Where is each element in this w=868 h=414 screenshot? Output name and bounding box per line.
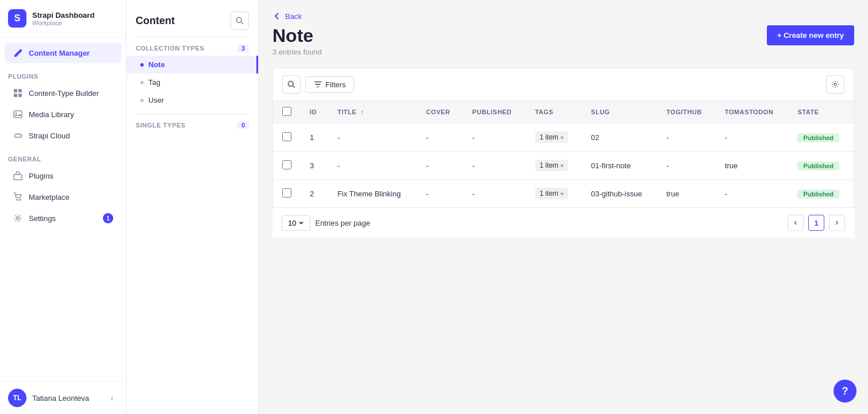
- avatar: TL: [8, 389, 26, 407]
- sidebar-item-label-ml: Media Library: [29, 110, 74, 119]
- col-state: STATE: [788, 101, 854, 123]
- collapse-button[interactable]: ‹: [106, 392, 118, 404]
- entries-table: ID TITLE ↑ COVER PUBLISHED TAGS SLUG TOG…: [273, 101, 854, 207]
- app-workspace: Workplace: [32, 20, 94, 26]
- cart-icon: [13, 192, 23, 202]
- sidebar-item-media-library[interactable]: Media Library: [5, 104, 121, 125]
- row-tomastodon: -: [716, 180, 789, 208]
- sidebar-nav: Content Manager PLUGINS Content-Type Bui…: [0, 37, 126, 381]
- collection-item-tag[interactable]: Tag: [126, 73, 258, 91]
- svg-point-10: [236, 17, 241, 22]
- sidebar-item-content-manager[interactable]: Content Manager: [5, 42, 121, 63]
- sidebar-item-plugins[interactable]: Plugins: [5, 165, 121, 186]
- table-container: Filters ID TITLE ↑ COVER PUBLISHED TAGS …: [272, 68, 854, 208]
- tag-dropdown-button[interactable]: ▾: [560, 162, 563, 169]
- row-togithub: -: [657, 152, 716, 180]
- col-title[interactable]: TITLE ↑: [328, 101, 417, 123]
- row-id: 3: [301, 152, 328, 180]
- back-button[interactable]: Back: [272, 11, 854, 21]
- tag-badge[interactable]: 1 item ▾: [535, 188, 569, 199]
- svg-rect-0: [14, 89, 17, 92]
- cloud-icon: [13, 130, 23, 141]
- per-page-value: 10: [288, 219, 296, 227]
- sidebar-header: S Strapi Dashboard Workplace: [0, 0, 126, 37]
- row-cover: -: [417, 152, 463, 180]
- image-icon: [13, 109, 23, 119]
- svg-point-7: [17, 199, 18, 200]
- row-state: Published: [788, 123, 854, 152]
- help-button[interactable]: ?: [834, 380, 857, 403]
- row-tags: 1 item ▾: [526, 152, 582, 180]
- sidebar-item-label-settings: Settings: [29, 214, 56, 223]
- table-row[interactable]: 2 Fix Theme Blinking - - 1 item ▾ 03-git…: [273, 180, 854, 208]
- row-slug: 03-github-issue: [582, 180, 657, 208]
- row-checkbox-cell: [273, 152, 301, 180]
- single-types-label: SINGLE TYPES: [136, 122, 186, 129]
- plugins-icon: [13, 171, 23, 181]
- row-checkbox[interactable]: [282, 132, 291, 141]
- col-published: PUBLISHED: [463, 101, 526, 123]
- sidebar-item-strapi-cloud[interactable]: Strapi Cloud: [5, 125, 121, 146]
- table-row[interactable]: 1 - - - 1 item ▾ 02 - - Published: [273, 123, 854, 152]
- row-cover: -: [417, 180, 463, 208]
- collection-item-label-user: User: [148, 96, 164, 105]
- table-row[interactable]: 3 - - - 1 item ▾ 01-first-note - true Pu…: [273, 152, 854, 180]
- row-checkbox-cell: [273, 123, 301, 152]
- collection-item-note[interactable]: Note: [126, 56, 258, 73]
- next-page-button[interactable]: [829, 215, 845, 231]
- status-badge: Published: [797, 189, 839, 199]
- sidebar-item-content-type-builder[interactable]: Content-Type Builder: [5, 83, 121, 103]
- puzzle-icon: [13, 88, 23, 98]
- app-logo: S: [8, 9, 26, 28]
- create-new-entry-button[interactable]: + Create new entry: [767, 25, 854, 45]
- dot-tag: [140, 81, 144, 84]
- general-section-label: GENERAL: [8, 156, 41, 162]
- row-togithub: true: [657, 180, 716, 208]
- svg-point-8: [20, 199, 21, 200]
- row-title: -: [328, 152, 417, 180]
- select-all-checkbox[interactable]: [282, 107, 291, 116]
- row-slug: 02: [582, 123, 657, 152]
- col-tags: TAGS: [526, 101, 582, 123]
- sidebar-item-label-marketplace: Marketplace: [29, 193, 70, 202]
- per-page-dropdown[interactable]: 10: [282, 215, 310, 231]
- tag-dropdown-button[interactable]: ▾: [560, 134, 563, 141]
- row-state: Published: [788, 180, 854, 208]
- entries-count: 3 entries found: [272, 48, 322, 56]
- main-header: Note 3 entries found + Create new entry: [272, 25, 854, 56]
- tag-dropdown-button[interactable]: ▾: [560, 191, 563, 197]
- collection-item-user[interactable]: User: [126, 91, 258, 109]
- row-state: Published: [788, 152, 854, 180]
- row-published: -: [463, 180, 526, 208]
- collection-types-label: COLLECTION TYPES: [136, 45, 204, 52]
- sidebar-item-settings[interactable]: Settings 1: [5, 208, 121, 229]
- sidebar-item-label-plugins: Plugins: [29, 172, 53, 180]
- row-checkbox[interactable]: [282, 188, 291, 198]
- gear-icon: [13, 213, 23, 223]
- table-search-button[interactable]: [282, 75, 301, 94]
- table-settings-button[interactable]: [826, 75, 844, 94]
- pencil-icon: [13, 48, 23, 58]
- row-id: 2: [301, 180, 328, 208]
- tag-badge[interactable]: 1 item ▾: [535, 160, 569, 171]
- col-togithub: TOGITHUB: [657, 101, 716, 123]
- row-cover: -: [417, 123, 463, 152]
- content-panel: Content COLLECTION TYPES 3 Note Tag User…: [126, 0, 259, 414]
- row-checkbox[interactable]: [282, 160, 291, 169]
- plugins-section-label: PLUGINS: [8, 73, 39, 80]
- row-tomastodon: -: [716, 123, 789, 152]
- filters-button[interactable]: Filters: [305, 76, 354, 93]
- row-id: 1: [301, 123, 328, 152]
- collection-item-label-note: Note: [148, 60, 165, 69]
- tag-badge[interactable]: 1 item ▾: [535, 131, 569, 143]
- content-search-button[interactable]: [231, 11, 249, 30]
- prev-page-button[interactable]: [788, 215, 804, 231]
- current-page: 1: [808, 215, 824, 231]
- content-panel-header: Content: [126, 0, 258, 37]
- row-published: -: [463, 123, 526, 152]
- svg-rect-6: [14, 175, 22, 180]
- sidebar-item-marketplace[interactable]: Marketplace: [5, 187, 121, 207]
- single-types-count: 0: [237, 121, 249, 129]
- main-area: Back Note 3 entries found + Create new e…: [259, 0, 868, 414]
- app-name: Strapi Dashboard: [32, 11, 94, 20]
